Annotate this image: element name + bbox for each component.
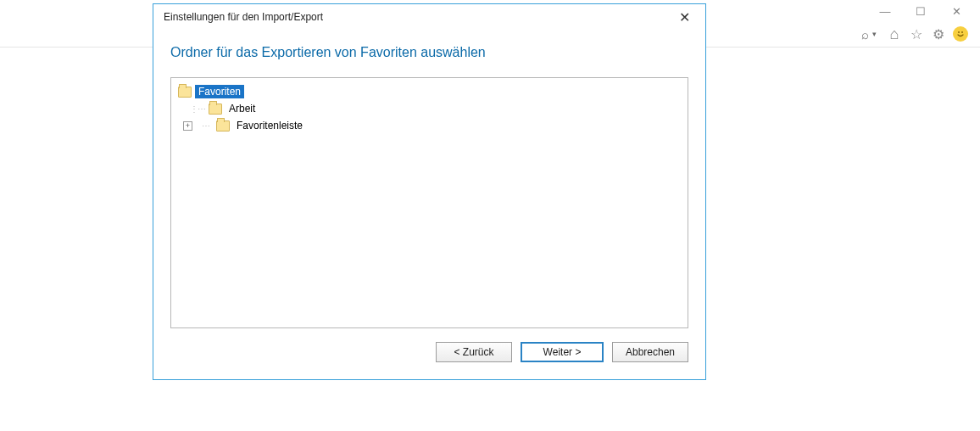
home-button[interactable]: ⌂ <box>885 25 904 43</box>
tree-node-favoriten[interactable]: Favoriten <box>175 83 684 100</box>
svg-point-1 <box>961 31 963 33</box>
dialog-titlebar: Einstellungen für den Import/Export ✕ <box>153 4 705 30</box>
cancel-button[interactable]: Abbrechen <box>612 342 688 362</box>
toolbar: ⌕ ▾ ⌂ ☆ ⚙ <box>856 24 970 44</box>
folder-icon <box>178 87 192 98</box>
minimize-button[interactable]: — <box>877 5 894 18</box>
tree-node-label: Favoriten <box>195 85 244 98</box>
tree-node-label: Favoritenleiste <box>233 119 306 132</box>
dialog-close-button[interactable]: ✕ <box>671 9 697 25</box>
back-button[interactable]: < Zurück <box>436 342 512 362</box>
tree-node-arbeit[interactable]: ⋮⋯ Arbeit <box>175 100 684 117</box>
gear-icon: ⚙ <box>933 26 944 42</box>
folder-tree[interactable]: Favoriten ⋮⋯ Arbeit + ⋯ Favoritenleiste <box>170 77 688 328</box>
feedback-button[interactable] <box>951 25 970 43</box>
star-icon: ☆ <box>910 26 922 42</box>
folder-icon <box>216 120 230 132</box>
window-close-button[interactable]: ✕ <box>948 5 965 18</box>
search-dropdown-caret-icon[interactable]: ▾ <box>872 30 877 38</box>
dialog-title: Einstellungen für den Import/Export <box>164 11 323 23</box>
dialog-body: Ordner für das Exportieren von Favoriten… <box>153 30 705 379</box>
search-icon: ⌕ <box>861 27 869 42</box>
next-button[interactable]: Weiter > <box>521 342 604 362</box>
settings-button[interactable]: ⚙ <box>929 25 948 43</box>
maximize-button[interactable]: ☐ <box>912 5 929 18</box>
search-box[interactable]: ⌕ ▾ <box>856 24 882 44</box>
smiley-icon <box>953 26 968 42</box>
tree-connector-icon: ⋮⋯ <box>190 104 205 114</box>
window-controls: — ☐ ✕ <box>877 0 980 18</box>
dialog-heading: Ordner für das Exportieren von Favoriten… <box>170 30 688 77</box>
import-export-dialog: Einstellungen für den Import/Export ✕ Or… <box>153 3 706 380</box>
tree-node-favoritenleiste[interactable]: + ⋯ Favoritenleiste <box>175 117 684 134</box>
tree-node-label: Arbeit <box>226 102 259 115</box>
expand-icon[interactable]: + <box>183 121 192 131</box>
svg-point-0 <box>958 31 960 33</box>
dialog-button-row: < Zurück Weiter > Abbrechen <box>170 328 688 366</box>
tree-connector-icon: ⋯ <box>198 121 213 131</box>
folder-icon <box>209 104 222 115</box>
favorites-button[interactable]: ☆ <box>907 25 926 43</box>
home-icon: ⌂ <box>890 25 899 43</box>
